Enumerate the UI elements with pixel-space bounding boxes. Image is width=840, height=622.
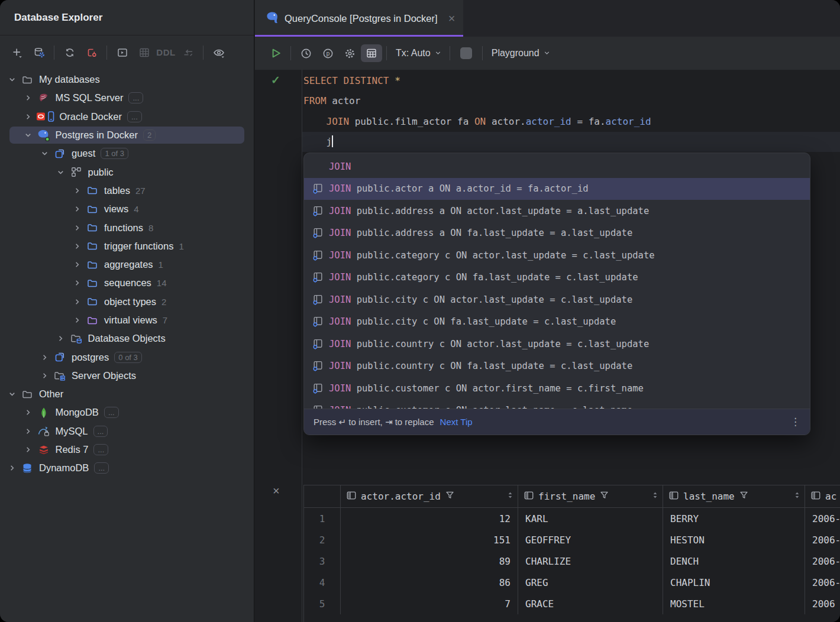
completion-list[interactable]: JOINJOIN public.actor a ON a.actor_id = …: [304, 153, 810, 409]
tab-query-console[interactable]: QueryConsole [Postgres in Docker] ×: [255, 0, 463, 37]
code-line[interactable]: JOIN public.film_actor fa ON actor.actor…: [303, 112, 651, 132]
preview-eye-button[interactable]: [208, 44, 230, 61]
settings-gear-icon[interactable]: [339, 44, 361, 62]
tree-item-mongodb[interactable]: MongoDB...: [0, 403, 254, 422]
cell-last-update[interactable]: 2006-: [805, 572, 840, 593]
column-header-ac[interactable]: ac: [805, 485, 840, 507]
chevron-right-icon[interactable]: [54, 334, 68, 343]
tree-item-database-objects[interactable]: Database Objects: [0, 329, 254, 348]
refresh-button[interactable]: [59, 44, 80, 61]
completion-item[interactable]: JOIN public.address a ON actor.last_upda…: [304, 200, 810, 222]
table-row[interactable]: 57GRACEMOSTEL2006: [304, 593, 840, 614]
close-results-icon[interactable]: ×: [273, 485, 280, 497]
completion-item[interactable]: JOIN public.address a ON fa.last_update …: [304, 222, 810, 245]
completion-item[interactable]: JOIN public.category c ON fa.last_update…: [304, 267, 810, 289]
tree-item-oracle-docker[interactable]: Oracle Docker...: [0, 108, 254, 126]
close-tab-icon[interactable]: ×: [448, 12, 455, 24]
chevron-right-icon[interactable]: [70, 278, 84, 287]
cell-last-name[interactable]: HESTON: [663, 529, 805, 550]
tx-mode-dropdown[interactable]: Tx: Auto: [396, 48, 431, 59]
chevron-right-icon[interactable]: [70, 260, 84, 269]
cell-first-name[interactable]: GRACE: [518, 593, 663, 614]
tree-item-mysql[interactable]: MySQL...: [0, 422, 254, 440]
tree-item-guest[interactable]: guest1 of 3: [0, 144, 254, 163]
cell-actor-id[interactable]: 7: [341, 593, 518, 614]
tree-item-redis-7[interactable]: Redis 7...: [0, 440, 254, 459]
chevron-right-icon[interactable]: [70, 242, 84, 251]
next-tip-link[interactable]: Next Tip: [440, 417, 473, 427]
column-header-actoractor_id[interactable]: actor.actor_id: [341, 485, 518, 507]
column-header-last_name[interactable]: last_name: [663, 485, 805, 507]
filter-icon[interactable]: [599, 490, 609, 503]
code-line[interactable]: FROM actor: [303, 91, 651, 111]
tree-item-virtual-views[interactable]: virtual views7: [0, 311, 254, 329]
cell-last-update[interactable]: 2006-: [805, 529, 840, 550]
tree-item-sequences[interactable]: sequences14: [0, 274, 254, 292]
completion-item[interactable]: JOIN public.customer c ON actor.first_na…: [304, 377, 810, 400]
tree-item-public[interactable]: public: [0, 163, 254, 181]
chevron-right-icon[interactable]: [21, 93, 35, 102]
profile-dropdown[interactable]: Playground: [492, 48, 539, 59]
completion-item[interactable]: JOIN public.category c ON actor.last_upd…: [304, 244, 810, 267]
chevron-right-icon[interactable]: [21, 427, 35, 436]
chevron-right-icon[interactable]: [21, 112, 35, 121]
results-grid[interactable]: actor.actor_idfirst_namelast_nameac112KA…: [303, 485, 840, 622]
completion-item[interactable]: JOIN public.country c ON fa.last_update …: [304, 355, 810, 378]
chevron-right-icon[interactable]: [37, 371, 51, 380]
more-menu-icon[interactable]: ⋮: [790, 416, 800, 428]
chevron-right-icon[interactable]: [70, 297, 84, 306]
add-data-source-button[interactable]: [6, 44, 28, 61]
cell-last-update[interactable]: 2006-: [805, 550, 840, 572]
chevron-right-icon[interactable]: [70, 205, 84, 213]
cell-first-name[interactable]: GEOFFREY: [518, 529, 663, 550]
completion-item[interactable]: JOIN public.city c ON actor.last_update …: [304, 289, 810, 311]
cell-first-name[interactable]: GREG: [518, 572, 663, 593]
chevron-down-icon[interactable]: [21, 131, 35, 140]
chevron-down-icon[interactable]: [37, 149, 51, 158]
chevron-right-icon[interactable]: [21, 408, 35, 417]
table-data-button[interactable]: [133, 44, 155, 61]
cell-last-name[interactable]: MOSTEL: [663, 593, 805, 614]
table-row[interactable]: 112KARLBERRY2006-: [304, 508, 840, 529]
column-header-first_name[interactable]: first_name: [518, 485, 663, 507]
filter-icon[interactable]: [445, 490, 455, 503]
tree-item-views[interactable]: views4: [0, 200, 254, 218]
table-view-button[interactable]: [361, 44, 382, 62]
chevron-right-icon[interactable]: [70, 316, 84, 325]
sort-icon[interactable]: [651, 491, 659, 502]
chevron-down-icon[interactable]: [5, 75, 19, 84]
tree-item-functions[interactable]: functions8: [0, 218, 254, 237]
code-line[interactable]: j: [303, 132, 651, 152]
chevron-down-icon[interactable]: [5, 390, 19, 399]
table-row[interactable]: 389CHARLIZEDENCH2006-: [304, 550, 840, 572]
disconnect-button[interactable]: [80, 44, 102, 61]
tree-item-object-types[interactable]: object types2: [0, 293, 254, 311]
completion-item[interactable]: JOIN public.customer c ON actor.last_nam…: [304, 400, 810, 409]
cell-last-name[interactable]: BERRY: [663, 508, 805, 529]
cell-first-name[interactable]: KARL: [518, 508, 663, 529]
tree-item-trigger-functions[interactable]: trigger functions1: [0, 237, 254, 255]
cell-last-update[interactable]: 2006-: [805, 508, 840, 529]
tree-item-postgres[interactable]: postgres0 of 3: [0, 348, 254, 366]
jump-to-console-button[interactable]: [111, 44, 133, 61]
chevron-right-icon[interactable]: [21, 445, 35, 454]
run-button[interactable]: [264, 44, 286, 62]
code-lines[interactable]: SELECT DISTINCT *FROM actor JOIN public.…: [303, 71, 651, 152]
chevron-right-icon[interactable]: [37, 353, 51, 362]
tree-item-dynamodb[interactable]: DynamoDB...: [0, 459, 254, 477]
table-row[interactable]: 2151GEOFFREYHESTON2006-: [304, 529, 840, 550]
tree-item-other[interactable]: Other: [0, 385, 254, 403]
data-source-properties-button[interactable]: [28, 44, 50, 61]
chevron-right-icon[interactable]: [5, 464, 19, 472]
tree-item-tables[interactable]: tables27: [0, 182, 254, 200]
chevron-right-icon[interactable]: [70, 223, 84, 232]
explain-plan-icon[interactable]: p: [317, 44, 339, 62]
chevron-right-icon[interactable]: [70, 186, 84, 195]
chevron-down-icon[interactable]: [54, 168, 68, 177]
completion-item[interactable]: JOIN public.actor a ON a.actor_id = fa.a…: [304, 178, 810, 200]
completion-item[interactable]: JOIN: [304, 156, 810, 178]
filter-icon[interactable]: [739, 490, 749, 503]
sort-icon[interactable]: [506, 491, 514, 502]
table-row[interactable]: 486GREGCHAPLIN2006-: [304, 572, 840, 593]
tree-item-my-databases[interactable]: My databases: [0, 70, 254, 89]
